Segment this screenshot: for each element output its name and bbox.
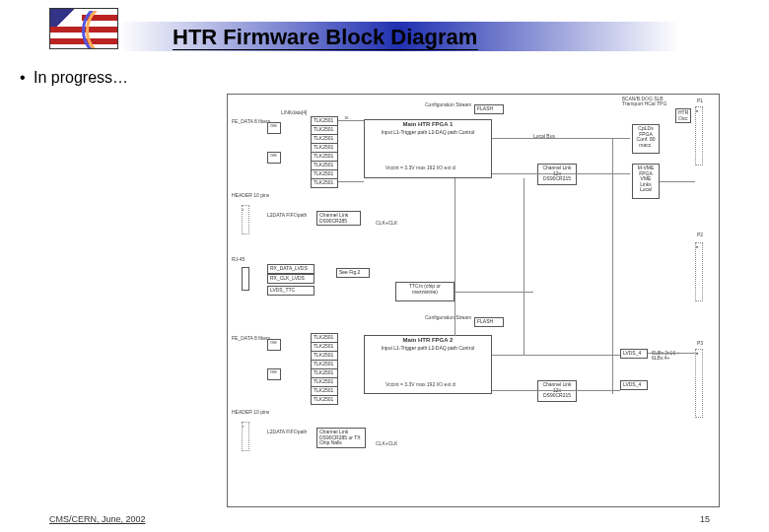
header1-label: HEADER 10 pins <box>232 193 269 198</box>
p1-label: P1 <box>697 99 703 103</box>
wire <box>454 292 533 293</box>
lvds2-box: LVDS_4 <box>620 380 648 390</box>
l2data1-label: L2DATA FIFOpath <box>267 213 307 218</box>
rxclk-lvds-box: RX_CLK_LVDS <box>267 274 315 284</box>
fe-data1-label: FE_DATA 8 fibers <box>232 119 270 124</box>
oe4-box: O/E <box>267 368 281 380</box>
header1-conn: :::: <box>242 205 249 234</box>
mvme-box: M-VME FPGA VME Links Local <box>632 164 660 199</box>
main-fpga2-title: Main HTR FPGA 2 <box>403 337 454 343</box>
config-stream-2-label: Configuration Stream <box>425 315 471 320</box>
wire <box>492 355 620 356</box>
ttcrx-box: TTCrx (chip or mezzanine) <box>395 282 454 301</box>
header2-conn: :::: <box>242 422 249 451</box>
channel-link2-box: Channel Link DS90CR285 or TX Chip Nalls <box>316 428 366 448</box>
wire <box>338 120 364 121</box>
cpld-box: CpLDs FPGA Conf. 80 macc. <box>632 124 660 154</box>
wire <box>660 181 695 182</box>
wire <box>338 181 364 182</box>
p3-conn: :::::::::::: <box>695 349 703 418</box>
page-title: HTR Firmware Block Diagram <box>173 25 477 50</box>
vccint2-label: Vccint = 3.3V max 192 I/O ext cl <box>385 382 455 387</box>
p3-label: P3 <box>697 341 703 346</box>
flash2-box: FLASH <box>474 317 504 327</box>
chan-link-12b-box: Channel Link 12x DS90CR215 <box>537 380 577 402</box>
title-underline <box>173 49 478 50</box>
oe3-box: O/E <box>267 339 281 351</box>
htrosc-box: HTR Osc: <box>675 108 691 123</box>
l2data2-label: L2DATA FIFOpath <box>267 430 307 434</box>
rxdata-lvds-box: RX_DATA_LVDS <box>267 264 315 274</box>
bullet-text: In progress… <box>20 69 128 87</box>
wire <box>648 353 695 354</box>
rj45-label: RJ-45 <box>232 257 245 262</box>
flash1-box: FLASH <box>474 104 504 114</box>
main-fpga1-title: Main HTR FPGA 1 <box>403 121 454 127</box>
block-diagram: Configuration Stream FLASH Main HTR FPGA… <box>227 94 720 507</box>
see-fig2-box: See Fig.2 <box>336 268 370 278</box>
uscms-logo <box>49 8 118 49</box>
wire <box>492 390 620 391</box>
wire <box>524 178 524 356</box>
wire <box>612 138 613 394</box>
clkclk2-label: CLK+CLK <box>376 441 397 446</box>
main-fpga1-sub: Input L1-Trigger path L2-DAQ path Contro… <box>367 130 489 136</box>
page-number: 15 <box>700 514 710 524</box>
wire <box>492 138 630 139</box>
p2-conn: :::::::::: <box>695 242 703 301</box>
footer-citation: CMS/CERN, June, 2002 <box>49 514 146 524</box>
wire <box>492 173 630 174</box>
linkdata4-label: LINKdata[4] <box>281 110 307 115</box>
config-stream-1-label: Configuration Stream <box>425 102 471 107</box>
main-fpga2-sub: Input L1-Trigger path L2-DAQ path Contro… <box>367 346 489 352</box>
header2-label: HEADER 10 pins <box>232 410 269 415</box>
fe-data2-label: FE_DATA 8 fibers <box>232 336 270 341</box>
chan-link-12-box: Channel Link 12x DS90CR215 <box>537 164 577 185</box>
scanbeedog-label: 8CAN/B.DOG SLB Transport HCal TPG <box>622 97 671 106</box>
tlk-b7: TLK2501 <box>311 395 338 405</box>
oe1-box: O/E <box>267 122 281 134</box>
lvds1-box: LVDS_4 <box>620 349 648 359</box>
vccint1-label: Vccint = 3.3V max 192 I/O ext cl <box>385 166 455 170</box>
lvds-ttc-box: LVDS_TTC <box>267 286 315 296</box>
oe2-box: O/E <box>267 152 281 164</box>
p2-label: P2 <box>697 233 703 237</box>
channel-link1-box: Channel Link DS90CR285 <box>316 211 361 226</box>
p1-conn: :::::::::: <box>695 106 703 166</box>
tlk-7: TLK2501 <box>311 178 338 188</box>
wire <box>454 178 455 336</box>
rj45-conn <box>242 267 249 291</box>
clkclk1-label: CLK+CLK <box>376 221 397 226</box>
